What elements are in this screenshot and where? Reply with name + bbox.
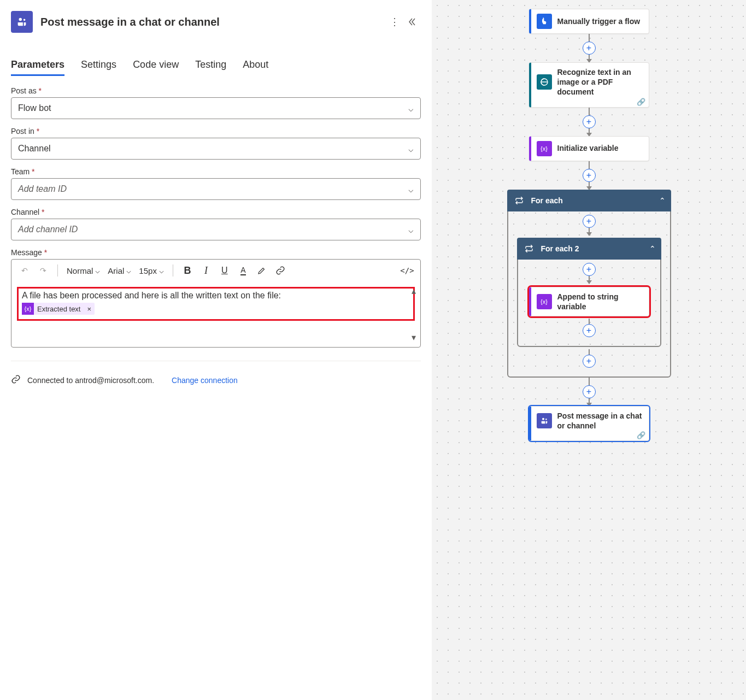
editor-toolbar: ↶ ↷ Normal⌵ Arial⌵ 15px⌵ B I U A [11, 260, 420, 281]
chevron-down-icon: ⌵ [408, 225, 414, 235]
link-icon: 🔗 [637, 431, 645, 439]
node-manual-trigger[interactable]: Manually trigger a flow [529, 9, 649, 34]
more-button[interactable]: ⋮ [386, 13, 403, 31]
flow-canvas[interactable]: Manually trigger a flow + Recognize text… [432, 0, 746, 700]
add-step-button[interactable]: + [583, 385, 596, 398]
select-team-placeholder: Add team ID [18, 184, 67, 194]
ai-builder-icon [537, 74, 552, 90]
select-post-as-value: Flow bot [18, 103, 51, 113]
font-color-button[interactable]: A [236, 263, 251, 278]
divider [11, 361, 421, 361]
tab-about[interactable]: About [243, 55, 268, 75]
link-button[interactable] [273, 263, 288, 278]
add-step-button[interactable]: + [583, 115, 596, 128]
bold-button[interactable]: B [180, 263, 195, 278]
token-label: Extracted text [34, 305, 84, 313]
loop-icon [522, 242, 536, 255]
editor-text: A file has been processed and here is al… [22, 291, 281, 300]
variable-icon: {x} [537, 141, 552, 156]
font-size-select[interactable]: 15px⌵ [137, 266, 166, 275]
select-channel-placeholder: Add channel ID [18, 225, 78, 234]
node-recognize-text[interactable]: Recognize text in an image or a PDF docu… [529, 62, 649, 108]
scope-for-each-2[interactable]: For each 2 ⌃ + {x} Append to string vari… [517, 238, 661, 347]
field-team: Team Add team ID ⌵ [11, 167, 421, 200]
config-panel: Post message in a chat or channel ⋮ Para… [0, 0, 432, 700]
label-post-in: Post in [11, 127, 421, 136]
scope-title: For each [531, 196, 659, 205]
add-step-button[interactable]: + [583, 42, 596, 55]
add-step-button[interactable]: + [583, 169, 596, 182]
node-title: Initialize variable [557, 143, 619, 153]
editor-body[interactable]: A file has been processed and here is al… [11, 281, 420, 347]
tab-parameters[interactable]: Parameters [11, 55, 64, 75]
editor-scroll[interactable]: ▴▾ [412, 286, 419, 343]
select-post-in-value: Channel [18, 144, 51, 154]
paragraph-style-select[interactable]: Normal⌵ [64, 266, 102, 275]
teams-icon [537, 413, 552, 428]
dynamic-content-token[interactable]: {x} Extracted text × [22, 303, 95, 315]
scope-for-each[interactable]: For each ⌃ + For each 2 ⌃ + [507, 190, 671, 378]
tab-code-view[interactable]: Code view [133, 55, 179, 75]
touch-icon [537, 14, 552, 29]
node-title: Append to string variable [557, 292, 643, 311]
node-append-string[interactable]: {x} Append to string variable [529, 287, 649, 316]
highlight-button[interactable] [254, 263, 269, 278]
collapse-button[interactable] [403, 13, 421, 31]
add-step-button[interactable]: + [583, 355, 596, 368]
node-initialize-variable[interactable]: {x} Initialize variable [529, 136, 649, 161]
tab-testing[interactable]: Testing [195, 55, 226, 75]
label-team: Team [11, 167, 421, 176]
add-step-button[interactable]: + [583, 324, 596, 337]
toolbar-separator [173, 264, 173, 277]
select-channel[interactable]: Add channel ID ⌵ [11, 219, 421, 240]
font-family-select[interactable]: Arial⌵ [105, 266, 133, 275]
chevron-down-icon: ⌵ [408, 103, 414, 114]
tab-settings[interactable]: Settings [81, 55, 116, 75]
node-title: Manually trigger a flow [557, 16, 641, 26]
select-post-in[interactable]: Channel ⌵ [11, 138, 421, 160]
chevron-down-icon: ⌵ [408, 184, 414, 195]
node-title: Post message in a chat or channel [557, 411, 643, 431]
select-team[interactable]: Add team ID ⌵ [11, 178, 421, 200]
variable-icon: {x} [22, 303, 34, 315]
label-message: Message [11, 248, 421, 257]
panel-header: Post message in a chat or channel ⋮ [11, 0, 421, 44]
panel-title: Post message in a chat or channel [40, 16, 386, 28]
field-post-as: Post as Flow bot ⌵ [11, 86, 421, 119]
link-icon: 🔗 [637, 98, 645, 106]
field-channel: Channel Add channel ID ⌵ [11, 208, 421, 240]
label-post-as: Post as [11, 86, 421, 95]
code-view-button[interactable]: </> [400, 263, 415, 278]
select-post-as[interactable]: Flow bot ⌵ [11, 97, 421, 119]
add-step-button[interactable]: + [583, 263, 596, 276]
redo-button[interactable]: ↷ [36, 263, 51, 278]
rich-text-editor: ↶ ↷ Normal⌵ Arial⌵ 15px⌵ B I U A [11, 259, 421, 348]
add-step-button[interactable]: + [583, 215, 596, 228]
italic-button[interactable]: I [198, 263, 214, 278]
collapse-scope-button[interactable]: ⌃ [649, 244, 656, 253]
variable-icon: {x} [537, 294, 552, 309]
scope-title: For each 2 [541, 244, 649, 253]
tab-bar: Parameters Settings Code view Testing Ab… [11, 55, 421, 75]
field-message: Message ↶ ↷ Normal⌵ Arial⌵ 15px⌵ B I U A [11, 248, 421, 348]
connection-text: Connected to antrod@microsoft.com. [27, 376, 154, 385]
connection-icon [11, 374, 21, 386]
loop-icon [513, 194, 526, 207]
toolbar-separator [57, 264, 58, 277]
token-remove-button[interactable]: × [84, 305, 95, 313]
chevron-down-icon: ⌵ [408, 144, 414, 154]
field-post-in: Post in Channel ⌵ [11, 127, 421, 160]
change-connection-link[interactable]: Change connection [172, 376, 238, 385]
undo-button[interactable]: ↶ [17, 263, 32, 278]
underline-button[interactable]: U [217, 263, 232, 278]
node-title: Recognize text in an image or a PDF docu… [557, 67, 643, 97]
connection-row: Connected to antrod@microsoft.com. Chang… [11, 374, 421, 386]
teams-icon [11, 11, 33, 33]
node-post-message[interactable]: Post message in a chat or channel 🔗 [529, 406, 649, 441]
label-channel: Channel [11, 208, 421, 216]
collapse-scope-button[interactable]: ⌃ [659, 196, 666, 205]
